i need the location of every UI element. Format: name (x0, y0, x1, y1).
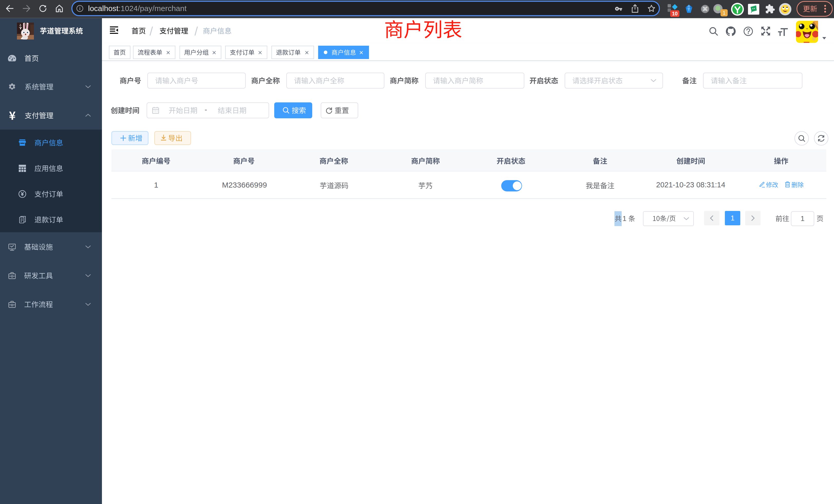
svg-text:⌘: ⌘ (702, 6, 708, 12)
